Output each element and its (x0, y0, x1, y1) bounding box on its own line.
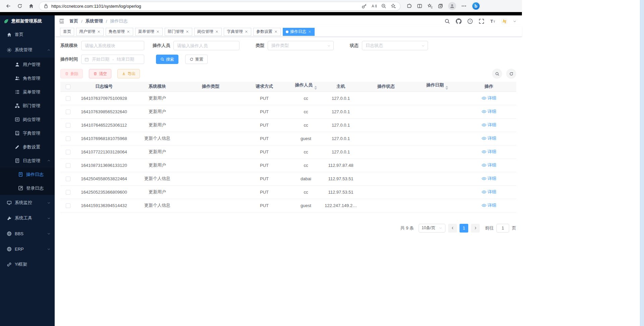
close-icon[interactable] (274, 30, 278, 34)
delete-button[interactable]: 删除 (60, 69, 83, 78)
page-1-button[interactable]: 1 (460, 224, 468, 233)
row-checkbox[interactable] (66, 163, 70, 168)
browser-back-button[interactable] (3, 1, 13, 11)
detail-link[interactable]: 详细 (482, 189, 496, 195)
address-bar[interactable]: https://ccnetcore.com:1101/system/log/op… (39, 2, 400, 11)
breadcrumb-item[interactable]: 首页 (69, 18, 78, 24)
zoom-out-icon[interactable] (381, 3, 386, 9)
tab-operlog[interactable]: 操作日志 (283, 28, 315, 36)
chevron-down-icon[interactable] (513, 19, 517, 23)
github-icon[interactable] (456, 18, 462, 24)
goto-page-input[interactable] (496, 224, 509, 233)
split-screen-icon[interactable] (417, 3, 422, 9)
row-checkbox[interactable] (66, 203, 70, 208)
refresh-table-button[interactable] (506, 69, 516, 79)
font-size-icon[interactable]: TT (490, 18, 496, 24)
close-icon[interactable] (156, 30, 160, 34)
row-checkbox[interactable] (66, 150, 70, 154)
sidebar-item-tool[interactable]: 系统工具 (0, 210, 55, 226)
detail-link[interactable]: 详细 (482, 122, 496, 128)
tab-user[interactable]: 用户管理 (76, 28, 104, 36)
clear-button[interactable]: 清空 (89, 69, 111, 78)
toggle-search-button[interactable] (492, 69, 502, 79)
tab-dept[interactable]: 部门管理 (165, 28, 192, 36)
detail-link[interactable]: 详细 (482, 95, 496, 101)
collections-icon[interactable] (438, 3, 443, 9)
detail-link[interactable]: 详细 (482, 135, 496, 141)
browser-menu-icon[interactable] (461, 3, 467, 9)
sort-icon[interactable] (314, 84, 317, 91)
sidebar-item-loginlog[interactable]: 登录日志 (0, 181, 55, 195)
status-filter-select[interactable]: 日志状态 (362, 41, 428, 50)
browser-profile-avatar[interactable] (448, 2, 456, 10)
reset-button[interactable]: 重置 (185, 55, 208, 64)
sidebar-item-monitor[interactable]: 系统监控 (0, 195, 55, 210)
user-avatar[interactable]: 与 (501, 18, 507, 24)
sidebar-item-yiframe[interactable]: Yi框架 (0, 257, 55, 272)
row-checkbox[interactable] (66, 177, 70, 181)
prev-page-button[interactable] (448, 224, 457, 233)
close-icon[interactable] (245, 30, 248, 34)
search-icon[interactable] (444, 18, 450, 24)
close-icon[interactable] (185, 30, 189, 34)
sidebar-item-erp[interactable]: ERP (0, 241, 55, 257)
sidebar-item-bbs[interactable]: BBS (0, 226, 55, 241)
sidebar-item-operlog[interactable]: 操作日志 (0, 168, 55, 181)
search-button[interactable]: 搜索 (156, 55, 178, 64)
detail-link[interactable]: 详细 (482, 176, 496, 182)
sidebar-item-log[interactable]: 日志管理 (0, 154, 55, 168)
next-page-button[interactable] (471, 224, 480, 233)
breadcrumb-item[interactable]: 系统管理 (86, 18, 103, 24)
detail-link[interactable]: 详细 (482, 162, 496, 168)
tab-menu[interactable]: 菜单管理 (135, 28, 163, 36)
tab-config[interactable]: 参数设置 (253, 28, 281, 36)
close-icon[interactable] (97, 30, 101, 34)
url-text[interactable]: https://ccnetcore.com:1101/system/log/op… (51, 4, 141, 9)
row-checkbox[interactable] (66, 190, 70, 195)
page-size-select[interactable]: 10条/页 (419, 224, 445, 233)
module-filter-input[interactable] (81, 41, 144, 50)
help-icon[interactable]: ? (467, 18, 473, 24)
extensions-icon[interactable] (407, 3, 412, 9)
fullscreen-icon[interactable] (479, 18, 484, 24)
row-checkbox[interactable] (66, 123, 70, 128)
browser-refresh-button[interactable] (15, 1, 25, 11)
sort-icon[interactable] (445, 84, 448, 91)
close-icon[interactable] (126, 30, 130, 34)
close-icon[interactable] (308, 30, 312, 34)
sidebar-item-dict[interactable]: 字典管理 (0, 126, 55, 140)
table-header-date[interactable]: 操作日期 (413, 82, 462, 91)
sidebar-item-post[interactable]: 岗位管理 (0, 113, 55, 126)
sidebar-item-menu[interactable]: 菜单管理 (0, 85, 55, 99)
sidebar-item-dept[interactable]: 部门管理 (0, 99, 55, 113)
password-key-icon[interactable] (362, 3, 367, 9)
row-checkbox[interactable] (66, 110, 70, 114)
bing-icon[interactable] (472, 2, 480, 10)
date-range-picker[interactable]: 开始日期 - 结束日期 (81, 55, 144, 64)
tab-dict[interactable]: 字典管理 (224, 28, 251, 36)
type-filter-select[interactable]: 操作类型 (268, 41, 334, 50)
sidebar-item-user[interactable]: 用户管理 (0, 58, 55, 71)
select-all-checkbox[interactable] (66, 84, 70, 89)
detail-link[interactable]: 详细 (482, 149, 496, 155)
operator-filter-input[interactable] (173, 41, 239, 50)
sidebar-item-config[interactable]: 参数设置 (0, 140, 55, 154)
tab-post[interactable]: 岗位管理 (194, 28, 222, 36)
sidebar-item-system[interactable]: 系统管理 (0, 42, 55, 58)
sidebar-item-role[interactable]: 角色管理 (0, 71, 55, 85)
row-checkbox[interactable] (66, 136, 70, 141)
detail-link[interactable]: 详细 (482, 202, 496, 208)
read-aloud-icon[interactable]: A (371, 3, 377, 9)
hamburger-icon[interactable] (59, 18, 65, 24)
export-button[interactable]: 导出 (117, 69, 140, 78)
close-icon[interactable] (215, 30, 219, 34)
row-checkbox[interactable] (66, 96, 70, 101)
favorites-icon[interactable] (427, 3, 433, 9)
app-logo[interactable]: 意框架管理系统 (0, 15, 55, 27)
sidebar-item-home[interactable]: 首页 (0, 27, 55, 42)
detail-link[interactable]: 详细 (482, 109, 496, 115)
browser-home-button[interactable] (26, 1, 36, 11)
tab-role[interactable]: 角色管理 (106, 28, 133, 36)
tab-home[interactable]: 首页 (60, 28, 74, 36)
table-header-operator[interactable]: 操作人员 (289, 82, 322, 91)
